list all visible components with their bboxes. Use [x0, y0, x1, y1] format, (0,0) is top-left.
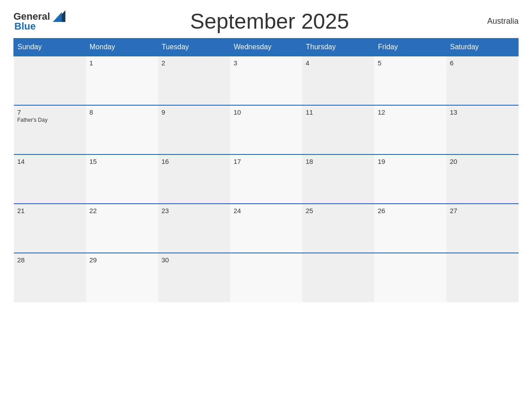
calendar-cell: 28 [14, 253, 86, 302]
calendar-week-row: 14151617181920 [14, 154, 519, 204]
calendar-cell: 2 [158, 56, 230, 105]
country-label: Australia [474, 17, 519, 26]
logo: General Blue [13, 11, 65, 32]
day-number: 1 [90, 59, 154, 67]
day-number: 2 [162, 59, 227, 67]
calendar-cell: 26 [374, 204, 446, 253]
calendar-cell: 29 [86, 253, 158, 302]
calendar-cell: 6 [446, 56, 519, 105]
day-header-thursday: Thursday [302, 39, 374, 56]
day-number: 6 [450, 59, 515, 67]
calendar-cell: 27 [446, 204, 519, 253]
calendar-body: 1234567Father's Day891011121314151617181… [14, 56, 519, 302]
day-number: 27 [450, 207, 515, 214]
calendar-cell [230, 253, 302, 302]
day-number: 19 [378, 158, 443, 165]
day-number: 9 [162, 108, 227, 116]
calendar-cell: 5 [374, 56, 446, 105]
calendar-cell: 12 [374, 105, 446, 154]
logo-triangle-icon [53, 10, 65, 22]
calendar-cell: 10 [230, 105, 302, 154]
month-title: September 2025 [65, 9, 474, 34]
day-header-tuesday: Tuesday [158, 39, 230, 56]
day-number: 28 [17, 256, 82, 264]
calendar-cell: 16 [158, 154, 230, 204]
logo-blue-text: Blue [14, 21, 36, 32]
calendar-cell: 11 [302, 105, 374, 154]
day-number: 20 [450, 158, 515, 165]
calendar-cell: 15 [86, 154, 158, 204]
day-header-saturday: Saturday [446, 39, 519, 56]
calendar-cell: 20 [446, 154, 519, 204]
calendar-cell: 13 [446, 105, 519, 154]
day-header-row: SundayMondayTuesdayWednesdayThursdayFrid… [14, 39, 519, 56]
day-number: 25 [306, 207, 371, 214]
page-header: General Blue September 2025 Australia [13, 9, 519, 34]
day-number: 21 [17, 207, 82, 214]
calendar-cell: 3 [230, 56, 302, 105]
day-number: 15 [90, 158, 154, 165]
calendar-header: SundayMondayTuesdayWednesdayThursdayFrid… [14, 39, 519, 56]
calendar-table: SundayMondayTuesdayWednesdayThursdayFrid… [13, 38, 519, 302]
calendar-cell: 24 [230, 204, 302, 253]
calendar-cell: 21 [14, 204, 86, 253]
day-number: 8 [90, 108, 154, 116]
day-header-friday: Friday [374, 39, 446, 56]
day-header-wednesday: Wednesday [230, 39, 302, 56]
day-number: 26 [378, 207, 443, 214]
day-number: 29 [90, 256, 154, 264]
calendar-cell: 22 [86, 204, 158, 253]
holiday-label: Father's Day [17, 117, 82, 123]
calendar-cell [302, 253, 374, 302]
day-number: 17 [234, 158, 299, 165]
calendar-cell: 9 [158, 105, 230, 154]
calendar-cell: 1 [86, 56, 158, 105]
calendar-cell: 18 [302, 154, 374, 204]
calendar-cell [446, 253, 519, 302]
day-number: 23 [162, 207, 227, 214]
calendar-cell: 8 [86, 105, 158, 154]
calendar-week-row: 123456 [14, 56, 519, 105]
day-number: 16 [162, 158, 227, 165]
calendar-cell [14, 56, 86, 105]
calendar-cell: 17 [230, 154, 302, 204]
day-number: 4 [306, 59, 371, 67]
calendar-week-row: 282930 [14, 253, 519, 302]
day-number: 14 [17, 158, 82, 165]
calendar-cell: 25 [302, 204, 374, 253]
svg-marker-1 [53, 12, 62, 22]
calendar-cell: 19 [374, 154, 446, 204]
day-header-sunday: Sunday [14, 39, 86, 56]
day-number: 10 [234, 108, 299, 116]
calendar-cell: 14 [14, 154, 86, 204]
day-number: 18 [306, 158, 371, 165]
calendar-cell: 30 [158, 253, 230, 302]
day-header-monday: Monday [86, 39, 158, 56]
day-number: 12 [378, 108, 443, 116]
day-number: 7 [17, 108, 82, 116]
day-number: 5 [378, 59, 443, 67]
day-number: 30 [162, 256, 227, 264]
day-number: 24 [234, 207, 299, 214]
day-number: 13 [450, 108, 515, 116]
calendar-cell: 4 [302, 56, 374, 105]
calendar-cell: 23 [158, 204, 230, 253]
day-number: 11 [306, 108, 371, 116]
calendar-week-row: 21222324252627 [14, 204, 519, 253]
calendar-cell [374, 253, 446, 302]
day-number: 22 [90, 207, 154, 214]
calendar-cell: 7Father's Day [14, 105, 86, 154]
calendar-week-row: 7Father's Day8910111213 [14, 105, 519, 154]
day-number: 3 [234, 59, 299, 67]
